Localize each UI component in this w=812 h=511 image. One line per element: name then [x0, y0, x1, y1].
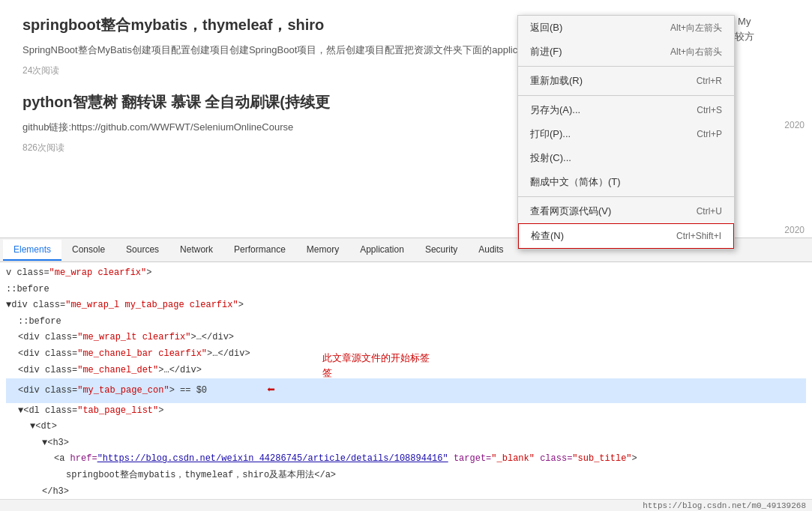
devtools-panel: Elements Console Sources Network Perform… — [0, 238, 812, 511]
context-menu-translate-label: 翻成中文（简体）(T) — [530, 175, 621, 189]
context-menu: 返回(B) Alt+向左箭头 前进(F) Alt+向右箭头 重新加载(R) Ct… — [517, 15, 735, 250]
context-menu-inspect-label: 检查(N) — [531, 229, 564, 243]
status-bar: https://blog.csdn.net/m0_49139268 — [0, 499, 812, 511]
context-menu-reload-shortcut: Ctrl+R — [697, 76, 722, 86]
article-1-desc: SpringNBoot整合MyBatis创建项目配置创建项目创建SpringBo… — [22, 43, 532, 58]
tab-sources[interactable]: Sources — [115, 240, 169, 261]
code-line-2: ::before — [6, 282, 806, 298]
code-line-12: <a href="https://blog.csdn.net/weixin_44… — [6, 451, 806, 468]
code-line-11: ▼<h3> — [6, 435, 806, 452]
context-menu-viewsource-shortcut: Ctrl+U — [697, 206, 722, 217]
code-line-13: springboot整合mybatis，thymeleaf，shiro及基本用法… — [6, 468, 806, 484]
code-line-9: ▼<dl class="tab_page_list"> — [6, 403, 806, 420]
context-menu-print-shortcut: Ctrl+P — [697, 129, 722, 139]
code-line-5: <div class="me_wrap_lt clearfix">…</div> — [6, 330, 806, 346]
context-menu-back[interactable]: 返回(B) Alt+向左箭头 — [518, 16, 734, 40]
code-line-4: ::before — [6, 314, 806, 330]
status-url: https://blog.csdn.net/m0_49139268 — [643, 501, 806, 510]
article-1-year: 2020 — [784, 120, 805, 130]
context-menu-forward[interactable]: 前进(F) Alt+向右箭头 — [518, 40, 734, 64]
context-menu-reload[interactable]: 重新加载(R) Ctrl+R — [518, 69, 734, 93]
tab-memory[interactable]: Memory — [296, 240, 349, 261]
tab-application[interactable]: Application — [349, 240, 415, 261]
context-menu-saveas-label: 另存为(A)... — [530, 103, 580, 117]
context-menu-cast-label: 投射(C)... — [530, 151, 571, 165]
context-menu-translate[interactable]: 翻成中文（简体）(T) — [518, 170, 734, 194]
code-line-10: ▼<dt> — [6, 419, 806, 435]
context-menu-saveas-shortcut: Ctrl+S — [697, 105, 722, 115]
context-menu-back-label: 返回(B) — [530, 21, 562, 34]
article-2-desc: github链接:https://github.com/WWFWT/Seleni… — [22, 120, 532, 136]
context-menu-viewsource[interactable]: 查看网页源代码(V) Ctrl+U — [518, 199, 734, 223]
code-line-3: ▼div class="me_wrap_l my_tab_page clearf… — [6, 297, 806, 314]
context-menu-forward-label: 前进(F) — [530, 45, 562, 58]
context-menu-inspect-shortcut: Ctrl+Shift+I — [676, 231, 721, 241]
tab-elements[interactable]: Elements — [3, 240, 61, 261]
code-line-1: v class="me_wrap clearfix"> — [6, 265, 806, 282]
code-line-14: </h3> — [6, 484, 806, 501]
context-menu-inspect[interactable]: 检查(N) Ctrl+Shift+I — [518, 223, 734, 249]
tab-network[interactable]: Network — [169, 240, 223, 261]
context-menu-reload-label: 重新加载(R) — [530, 74, 583, 88]
tab-audits[interactable]: Audits — [468, 240, 514, 261]
context-menu-cast[interactable]: 投射(C)... — [518, 146, 734, 170]
arrow-icon: ⬅ — [267, 378, 275, 402]
annotation-text: 此文章源文件的开始标签 签 — [322, 351, 430, 380]
context-menu-print[interactable]: 打印(P)... Ctrl+P — [518, 122, 734, 146]
context-menu-sep3 — [518, 196, 734, 197]
context-menu-saveas[interactable]: 另存为(A)... Ctrl+S — [518, 98, 734, 122]
tab-console[interactable]: Console — [61, 240, 115, 261]
annotation-container: 此文章源文件的开始标签 签 — [322, 351, 430, 380]
context-menu-viewsource-label: 查看网页源代码(V) — [530, 205, 611, 218]
tab-performance[interactable]: Performance — [223, 240, 296, 261]
context-menu-back-shortcut: Alt+向左箭头 — [670, 22, 722, 34]
article-2-year: 2020 — [784, 225, 805, 235]
tab-security[interactable]: Security — [415, 240, 468, 261]
context-menu-sep2 — [518, 95, 734, 96]
context-menu-forward-shortcut: Alt+向右箭头 — [670, 46, 722, 58]
devtools-content: v class="me_wrap clearfix"> ::before ▼di… — [0, 262, 812, 511]
code-line-8: <div class="my_tab_page_con"> == $0 ⬅ — [6, 378, 806, 402]
context-menu-sep1 — [518, 66, 734, 67]
context-menu-print-label: 打印(P)... — [530, 127, 571, 141]
